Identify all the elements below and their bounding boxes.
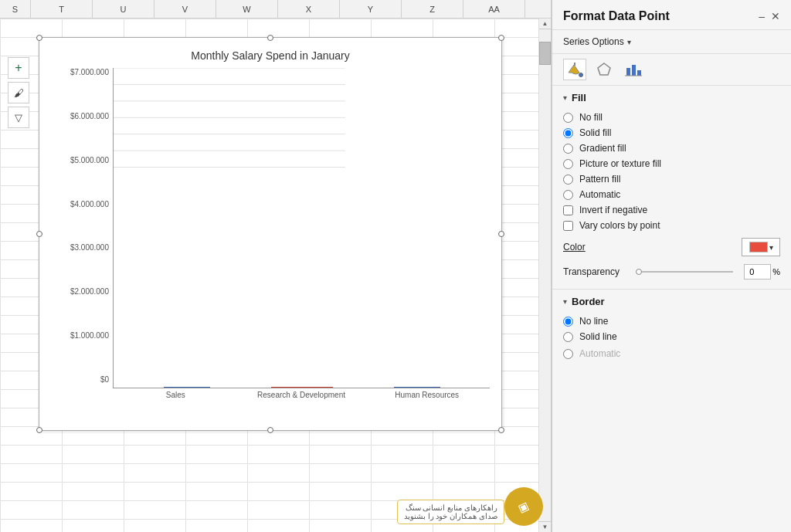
automatic-fill-option[interactable]: Automatic — [563, 187, 780, 202]
picture-fill-label: Picture or texture fill — [579, 158, 661, 169]
pentagon-icon — [596, 62, 612, 77]
solid-fill-option[interactable]: Solid fill — [563, 125, 780, 141]
svg-rect-11 — [632, 65, 636, 76]
handle-br[interactable] — [498, 427, 504, 433]
format-data-point-panel: Format Data Point – ✕ Series Options ▾ — [552, 0, 791, 532]
x-labels: Sales Research & Development Human Resou… — [113, 388, 490, 399]
solid-line-option[interactable]: Solid line — [563, 329, 780, 344]
transparency-label: Transparency — [563, 266, 633, 277]
transparency-percent: % — [772, 267, 780, 276]
pattern-fill-option[interactable]: Pattern fill — [563, 171, 780, 187]
border-section-header[interactable]: ▾ Border — [563, 296, 780, 307]
bar-group-hr — [359, 387, 474, 388]
automatic-fill-radio[interactable] — [563, 190, 573, 200]
bar-rd[interactable] — [271, 387, 333, 388]
chart-container[interactable]: Monthly Salary Spend in January $7.000.0… — [39, 37, 502, 431]
chart-title: Monthly Salary Spend in January — [51, 49, 490, 62]
no-fill-label: No fill — [579, 112, 603, 123]
col-header-X[interactable]: X — [278, 0, 340, 18]
x-label-rd: Research & Development — [239, 388, 365, 399]
handle-ml[interactable] — [36, 231, 42, 237]
gradient-fill-option[interactable]: Gradient fill — [563, 141, 780, 156]
automatic-border-radio[interactable] — [563, 349, 573, 359]
handle-bl[interactable] — [36, 427, 42, 433]
picture-fill-radio[interactable] — [563, 159, 573, 169]
fill-bucket-icon — [566, 62, 583, 77]
panel-title: Format Data Point — [563, 9, 670, 23]
col-header-T[interactable]: T — [31, 0, 93, 18]
gradient-fill-label: Gradient fill — [579, 143, 626, 154]
filter-button[interactable]: ▽ — [8, 107, 29, 128]
y-axis: $7.000.000 $6.000.000 $5.000.000 $4.000.… — [51, 68, 113, 399]
pattern-fill-radio[interactable] — [563, 175, 573, 185]
no-line-label: No line — [579, 316, 608, 327]
tab-chart[interactable] — [622, 59, 645, 80]
format-button[interactable]: 🖌 — [8, 82, 29, 103]
bar-hr[interactable] — [394, 387, 440, 388]
solid-fill-radio[interactable] — [563, 128, 573, 138]
x-label-sales: Sales — [113, 388, 239, 399]
automatic-border-option[interactable]: Automatic — [563, 346, 780, 361]
y-label-3m: $3.000.000 — [70, 243, 109, 252]
solid-line-radio[interactable] — [563, 332, 573, 342]
panel-header-icons: – ✕ — [759, 10, 780, 22]
brush-icon: 🖌 — [14, 87, 24, 99]
series-options-label: Series Options — [563, 36, 624, 47]
color-button[interactable]: ▾ — [742, 238, 780, 256]
no-fill-option[interactable]: No fill — [563, 110, 780, 125]
spreadsheet-area: S T U V W X Y Z AA + 🖌 ▽ — [0, 0, 552, 532]
filter-icon: ▽ — [15, 112, 22, 124]
col-header-Y[interactable]: Y — [340, 0, 402, 18]
bar-sales[interactable] — [164, 387, 210, 388]
transparency-input[interactable] — [744, 264, 771, 280]
invert-negative-checkbox[interactable] — [563, 205, 573, 215]
y-label-7m: $7.000.000 — [70, 68, 109, 76]
pin-icon[interactable]: – — [759, 10, 765, 22]
automatic-fill-label: Automatic — [579, 189, 620, 200]
col-header-AA[interactable]: AA — [463, 0, 525, 18]
handle-tm[interactable] — [267, 35, 273, 41]
chart-gridlines — [114, 68, 345, 184]
no-line-option[interactable]: No line — [563, 313, 780, 329]
vary-colors-checkbox[interactable] — [563, 221, 573, 231]
picture-fill-option[interactable]: Picture or texture fill — [563, 156, 780, 171]
vary-colors-option[interactable]: Vary colors by point — [563, 218, 780, 233]
svg-rect-10 — [626, 68, 630, 76]
y-label-2m: $2.000.000 — [70, 287, 109, 296]
close-icon[interactable]: ✕ — [771, 10, 780, 22]
gradient-fill-radio[interactable] — [563, 144, 573, 154]
automatic-border-label: Automatic — [579, 348, 620, 359]
handle-tr[interactable] — [498, 35, 504, 41]
plus-icon: + — [15, 61, 22, 75]
add-element-button[interactable]: + — [8, 57, 29, 79]
color-dropdown-arrow: ▾ — [769, 243, 773, 252]
svg-marker-9 — [598, 63, 610, 75]
series-options-bar[interactable]: Series Options ▾ — [552, 30, 791, 54]
color-swatch — [749, 242, 768, 252]
tab-fill[interactable] — [563, 59, 586, 80]
x-label-hr: Human Resources — [364, 388, 490, 399]
watermark-text: راهکارهای منابع انسانی سنگ صدای همکاران … — [397, 500, 504, 524]
handle-mr[interactable] — [498, 231, 504, 237]
vertical-scrollbar[interactable]: ▲ ▼ — [538, 19, 551, 532]
col-header-S[interactable]: S — [0, 0, 31, 18]
fill-section-header[interactable]: ▾ Fill — [563, 92, 780, 103]
vary-colors-label: Vary colors by point — [579, 220, 660, 231]
col-header-V[interactable]: V — [154, 0, 216, 18]
col-header-W[interactable]: W — [216, 0, 278, 18]
handle-tl[interactable] — [36, 35, 42, 41]
col-header-U[interactable]: U — [93, 0, 154, 18]
no-fill-radio[interactable] — [563, 113, 573, 123]
watermark-line1: راهکارهای منابع انسانی سنگ — [404, 503, 497, 512]
y-label-5m: $5.000.000 — [70, 156, 109, 164]
col-header-Z[interactable]: Z — [402, 0, 463, 18]
no-line-radio[interactable] — [563, 317, 573, 327]
column-headers: S T U V W X Y Z AA — [0, 0, 551, 19]
y-label-6m: $6.000.000 — [70, 112, 109, 120]
pattern-fill-label: Pattern fill — [579, 174, 620, 185]
scrollbar-thumb[interactable] — [539, 42, 551, 65]
invert-negative-option[interactable]: Invert if negative — [563, 202, 780, 218]
handle-bm[interactable] — [267, 427, 273, 433]
tab-shape[interactable] — [592, 59, 616, 80]
y-label-0: $0 — [100, 375, 109, 384]
